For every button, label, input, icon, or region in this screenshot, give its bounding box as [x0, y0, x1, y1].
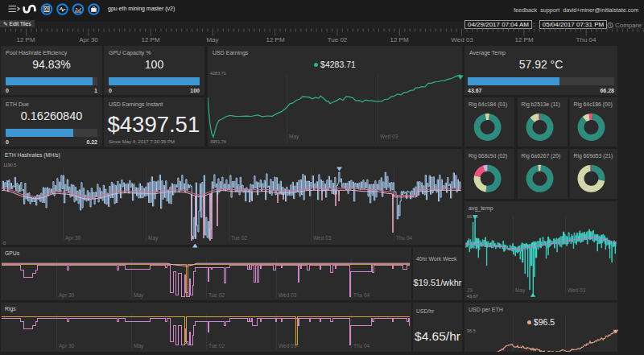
svg-text:Wed 03: Wed 03 [279, 343, 297, 349]
svg-text:Wed 03: Wed 03 [568, 287, 586, 293]
svg-text:Apr 30: Apr 30 [59, 292, 75, 299]
svg-text:May: May [289, 134, 299, 140]
svg-text:Tue 02: Tue 02 [208, 292, 225, 298]
svg-text:Tue 02: Tue 02 [231, 235, 247, 241]
svg-text:Wed 03: Wed 03 [380, 134, 398, 139]
svg-text:Thu 04: Thu 04 [353, 292, 370, 298]
svg-text:Tue 02: Tue 02 [208, 343, 225, 349]
svg-text:May: May [134, 343, 144, 349]
svg-text:May: May [148, 235, 159, 241]
svg-text:Apr 30: Apr 30 [65, 235, 81, 241]
svg-text:May: May [134, 292, 144, 299]
svg-text:May: May [515, 287, 526, 294]
svg-text:29: 29 [467, 287, 473, 293]
svg-text:Thu 04: Thu 04 [396, 235, 413, 241]
svg-text:Wed 03: Wed 03 [313, 235, 332, 241]
svg-text:Wed 03: Wed 03 [279, 292, 297, 298]
svg-text:Apr 30: Apr 30 [59, 343, 75, 349]
svg-text:Thu 04: Thu 04 [353, 343, 370, 349]
